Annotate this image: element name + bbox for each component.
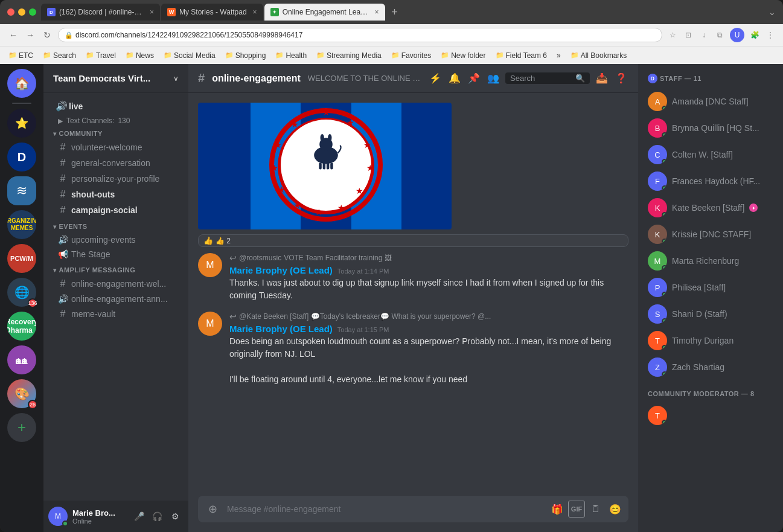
- channel-upcoming-events[interactable]: 🔊 upcoming-events: [48, 232, 184, 247]
- channel-meme-vault[interactable]: # meme-vault: [48, 306, 184, 322]
- help-icon[interactable]: ❓: [614, 71, 628, 86]
- add-server-button[interactable]: +: [7, 413, 36, 442]
- text-channels-toggle[interactable]: ▶ Text Channels: 130: [48, 114, 184, 127]
- extensions-icon[interactable]: 🧩: [749, 30, 760, 40]
- member-marta[interactable]: M Marta Richenburg: [643, 248, 778, 274]
- back-button[interactable]: ←: [7, 29, 19, 41]
- member-frances[interactable]: F Frances Haydock (HF...: [643, 168, 778, 194]
- settings-button[interactable]: ⚙: [167, 508, 184, 525]
- server-content-brigade[interactable]: ⭐: [7, 109, 36, 138]
- bookmark-social-media[interactable]: 📁 Social Media: [160, 50, 219, 61]
- channel-meme-vault-name: meme-vault: [71, 309, 115, 319]
- mute-button[interactable]: 🎤: [130, 508, 147, 525]
- download-icon[interactable]: ↓: [698, 30, 709, 40]
- forward-button[interactable]: →: [24, 29, 36, 41]
- bolt-icon[interactable]: ⚡: [428, 71, 443, 86]
- inbox-icon[interactable]: 📥: [595, 71, 609, 86]
- category-amplify-header[interactable]: ▾ AMPLIFY MESSAGING: [43, 264, 188, 276]
- tab-groups-icon[interactable]: ⧉: [714, 30, 725, 40]
- tab-active[interactable]: ✦ Online Engagement Leadershi... ×: [264, 4, 385, 21]
- reaction-emoji: 👍: [203, 236, 213, 245]
- members-icon[interactable]: 👥: [486, 71, 500, 86]
- address-bar[interactable]: 🔒 discord.com/channels/12422491092982210…: [58, 28, 662, 42]
- tab-wattpad[interactable]: W My Stories - Wattpad ×: [161, 4, 263, 21]
- notification-icon[interactable]: 🔔: [447, 71, 462, 86]
- close-button[interactable]: [7, 8, 14, 16]
- bookmark-search[interactable]: 📁 Search: [39, 50, 80, 61]
- server-waves[interactable]: ≋: [7, 176, 36, 205]
- message-reaction[interactable]: 👍 👍 2: [198, 234, 628, 247]
- bookmark-all[interactable]: 📁 All Bookmarks: [567, 50, 631, 61]
- bookmark-etc[interactable]: 📁 ETC: [5, 50, 37, 61]
- pin-icon[interactable]: 📌: [467, 71, 481, 86]
- bookmark-favorites[interactable]: 📁 Favorites: [388, 50, 435, 61]
- member-amanda[interactable]: A Amanda [DNC Staff]: [643, 88, 778, 115]
- member-shani[interactable]: S Shani D (Staff): [643, 301, 778, 327]
- server-header[interactable]: Team Democrats Virt... ∨: [43, 64, 188, 93]
- minimize-button[interactable]: [18, 8, 25, 16]
- channel-shout-outs[interactable]: # shout-outs: [48, 187, 184, 202]
- server-colorful[interactable]: 🎨 26: [7, 379, 36, 408]
- channel-oe-welcome[interactable]: # online-engagement-wel...: [48, 276, 184, 292]
- channel-live[interactable]: 🔊 live: [48, 98, 184, 114]
- message-1-avatar[interactable]: M: [198, 253, 222, 277]
- tab-discord[interactable]: D (162) Discord | #online-engag... ×: [41, 4, 160, 21]
- bookmark-new-folder[interactable]: 📁 New folder: [437, 50, 489, 61]
- gift-button[interactable]: 🎁: [549, 501, 566, 518]
- member-kate[interactable]: K Kate Beeken [Staff] ♦: [643, 194, 778, 221]
- chat-search-box[interactable]: Search 🔍: [505, 72, 590, 84]
- bookmark-shopping[interactable]: 📁 Shopping: [222, 50, 270, 61]
- refresh-button[interactable]: ↻: [41, 29, 53, 41]
- window-menu-button[interactable]: ⌄: [769, 7, 776, 17]
- server-pcwm[interactable]: PCW/M: [7, 244, 36, 273]
- tab-wattpad-close[interactable]: ×: [253, 8, 257, 16]
- category-community-header[interactable]: ▾ COMMUNITY: [43, 127, 188, 139]
- profile-icon[interactable]: U: [730, 28, 744, 42]
- svg-text:★: ★: [356, 186, 363, 196]
- member-brynna[interactable]: B Brynna Quillin [HQ St...: [643, 115, 778, 141]
- member-colten[interactable]: C Colten W. [Staff]: [643, 141, 778, 168]
- home-server-icon[interactable]: 🏠: [7, 69, 36, 98]
- server-organizing[interactable]: ORGANIZINGMEMES: [7, 210, 36, 239]
- bookmark-travel[interactable]: 📁 Travel: [82, 50, 120, 61]
- bookmark-more[interactable]: »: [553, 50, 564, 61]
- message-1-author[interactable]: Marie Brophy (OE Lead): [229, 265, 333, 275]
- category-events-header[interactable]: ▾ EVENTS: [43, 220, 188, 232]
- channel-the-stage[interactable]: 📢 The Stage: [48, 247, 184, 261]
- gif-button[interactable]: GIF: [568, 501, 585, 518]
- read-mode-icon[interactable]: ⊡: [683, 30, 694, 40]
- message-input[interactable]: [227, 504, 544, 514]
- more-options-icon[interactable]: ⋮: [765, 30, 776, 40]
- channel-volunteer-welcome[interactable]: # volunteer-welcome: [48, 139, 184, 155]
- tab-active-close[interactable]: ×: [375, 8, 379, 16]
- server-community[interactable]: 🏘: [7, 345, 36, 374]
- channel-personalize[interactable]: # personalize-your-profile: [48, 171, 184, 187]
- member-philisea[interactable]: P Philisea [Staff]: [643, 274, 778, 301]
- tab-discord-close[interactable]: ×: [150, 8, 154, 16]
- server-recovery[interactable]: RecoveryDharma: [7, 312, 36, 341]
- maximize-button[interactable]: [29, 8, 36, 16]
- message-2-avatar[interactable]: M: [198, 312, 222, 336]
- member-krissie[interactable]: K Krissie [DNC STAFF]: [643, 221, 778, 248]
- sticker-button[interactable]: 🗒: [587, 501, 604, 518]
- server-globe[interactable]: 🌐 136: [7, 278, 36, 307]
- bookmark-health[interactable]: 📁 Health: [272, 50, 310, 61]
- server-dnc[interactable]: D: [7, 143, 36, 171]
- message-2-author[interactable]: Marie Brophy (OE Lead): [229, 324, 333, 334]
- deafen-button[interactable]: 🎧: [149, 508, 165, 525]
- channel-oe-announcements[interactable]: 🔊 online-engagement-ann...: [48, 292, 184, 306]
- bookmark-streaming[interactable]: 📁 Streaming Media: [313, 50, 385, 61]
- moderator-member-1[interactable]: T: [643, 402, 778, 429]
- add-content-button[interactable]: ⊕: [203, 499, 222, 519]
- member-timothy[interactable]: T Timothy Durigan: [643, 327, 778, 354]
- channel-general-conversation[interactable]: # general-conversation: [48, 155, 184, 171]
- emoji-button[interactable]: 😊: [607, 501, 624, 518]
- new-tab-button[interactable]: +: [386, 4, 403, 21]
- channel-campaign-social[interactable]: # campaign-social: [48, 202, 184, 218]
- text-channels-count: 130: [118, 117, 130, 125]
- reaction-count: 👍 2: [216, 237, 231, 245]
- member-zach[interactable]: Z Zach Shartiag: [643, 354, 778, 380]
- bookmark-field-team[interactable]: 📁 Field Team 6: [492, 50, 551, 61]
- bookmark-news[interactable]: 📁 News: [122, 50, 158, 61]
- bookmark-star-icon[interactable]: ☆: [667, 30, 678, 40]
